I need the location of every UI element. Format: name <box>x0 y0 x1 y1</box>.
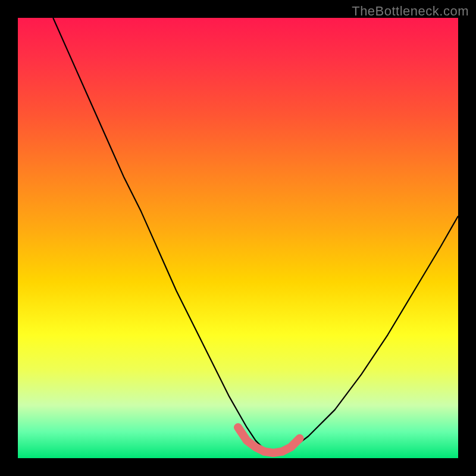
bottleneck-curve <box>53 18 458 454</box>
chart-frame: TheBottleneck.com <box>0 0 476 476</box>
curve-overlay <box>18 18 458 458</box>
highlight-bottom <box>238 427 300 453</box>
watermark-text: TheBottleneck.com <box>352 4 469 19</box>
plot-area <box>18 18 458 458</box>
